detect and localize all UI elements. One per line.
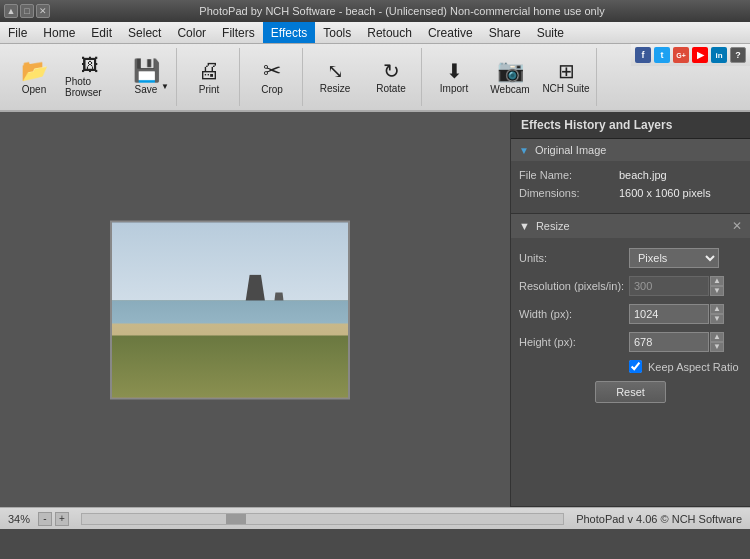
width-up-button[interactable]: ▲ [710, 304, 724, 314]
reset-button[interactable]: Reset [595, 381, 666, 403]
title-bar-buttons[interactable]: ▲ □ ✕ [4, 4, 50, 18]
crop-button[interactable]: ✂ Crop [246, 48, 298, 106]
resize-button[interactable]: ⤡ Resize [309, 48, 361, 106]
main-area: Effects History and Layers ▼ Original Im… [0, 112, 750, 507]
resize-section: ▼ Resize ✕ Units: Pixels Inches Centimet… [511, 214, 750, 507]
original-image-title: Original Image [535, 144, 607, 156]
horizontal-scrollbar[interactable] [81, 513, 564, 525]
width-input[interactable] [629, 304, 709, 324]
resize-title: Resize [536, 220, 570, 232]
status-bar: 34% - + PhotoPad v 4.06 © NCH Software [0, 507, 750, 529]
nch-suite-icon: ⊞ [558, 61, 575, 81]
facebook-icon[interactable]: f [635, 47, 651, 63]
filename-value: beach.jpg [619, 169, 667, 181]
zoom-in-button[interactable]: + [55, 512, 69, 526]
beach-photo [112, 222, 348, 397]
tool-group-print: 🖨 Print [183, 48, 240, 106]
zoom-out-button[interactable]: - [38, 512, 52, 526]
dimensions-value: 1600 x 1060 pixels [619, 187, 711, 199]
minimize-button[interactable]: ▲ [4, 4, 18, 18]
filename-row: File Name: beach.jpg [519, 169, 742, 181]
googleplus-icon[interactable]: G+ [673, 47, 689, 63]
import-button[interactable]: ⬇ Import [428, 48, 480, 106]
photo-browser-button[interactable]: 🖼 Photo Browser [64, 48, 116, 106]
tool-group-crop: ✂ Crop [246, 48, 303, 106]
original-image-content: File Name: beach.jpg Dimensions: 1600 x … [511, 161, 750, 213]
canvas-area[interactable] [0, 112, 510, 507]
original-image-header[interactable]: ▼ Original Image [511, 139, 750, 161]
width-spin-buttons: ▲ ▼ [710, 304, 724, 324]
panel-title: Effects History and Layers [511, 112, 750, 139]
resolution-spinner: ▲ ▼ [629, 276, 724, 296]
menu-home[interactable]: Home [35, 22, 83, 43]
rotate-button[interactable]: ↻ Rotate [365, 48, 417, 106]
help-icon[interactable]: ? [730, 47, 746, 63]
nch-suite-button[interactable]: ⊞ NCH Suite [540, 48, 592, 106]
resize-header-left: ▼ Resize [519, 220, 570, 232]
beach-sky [112, 222, 348, 301]
open-button[interactable]: 📂 Open [8, 48, 60, 106]
width-spinner: ▲ ▼ [629, 304, 724, 324]
linkedin-icon[interactable]: in [711, 47, 727, 63]
units-row: Units: Pixels Inches Centimeters [519, 248, 742, 268]
aspect-ratio-row: Keep Aspect Ratio [519, 360, 742, 373]
resize-content: Units: Pixels Inches Centimeters Resolut… [511, 238, 750, 421]
menu-tools[interactable]: Tools [315, 22, 359, 43]
keep-aspect-label[interactable]: Keep Aspect Ratio [648, 361, 739, 373]
right-panel: Effects History and Layers ▼ Original Im… [510, 112, 750, 507]
webcam-button[interactable]: 📷 Webcam [484, 48, 536, 106]
open-icon: 📂 [21, 60, 48, 82]
tool-group-import: ⬇ Import 📷 Webcam ⊞ NCH Suite [428, 48, 597, 106]
import-icon: ⬇ [446, 61, 463, 81]
save-arrow: ▼ [161, 82, 169, 91]
title-bar: ▲ □ ✕ PhotoPad by NCH Software - beach -… [0, 0, 750, 22]
height-down-button[interactable]: ▼ [710, 342, 724, 352]
original-image-section: ▼ Original Image File Name: beach.jpg Di… [511, 139, 750, 214]
print-button[interactable]: 🖨 Print [183, 48, 235, 106]
twitter-icon[interactable]: t [654, 47, 670, 63]
beach-grass [112, 336, 348, 397]
menu-file[interactable]: File [0, 22, 35, 43]
menu-filters[interactable]: Filters [214, 22, 263, 43]
menu-share[interactable]: Share [481, 22, 529, 43]
rotate-icon: ↻ [383, 61, 400, 81]
menu-edit[interactable]: Edit [83, 22, 120, 43]
menu-retouch[interactable]: Retouch [359, 22, 420, 43]
resolution-up-button[interactable]: ▲ [710, 276, 724, 286]
menu-color[interactable]: Color [169, 22, 214, 43]
social-bar: f t G+ ▶ in ? [631, 44, 750, 66]
menu-select[interactable]: Select [120, 22, 169, 43]
menu-suite[interactable]: Suite [529, 22, 572, 43]
units-label: Units: [519, 252, 629, 264]
height-spin-buttons: ▲ ▼ [710, 332, 724, 352]
save-button[interactable]: 💾 Save ▼ [120, 48, 172, 106]
webcam-icon: 📷 [497, 60, 524, 82]
height-row: Height (px): ▲ ▼ [519, 332, 742, 352]
close-button[interactable]: ✕ [36, 4, 50, 18]
width-down-button[interactable]: ▼ [710, 314, 724, 324]
scroll-thumb [226, 514, 246, 524]
tool-group-transform: ⤡ Resize ↻ Rotate [309, 48, 422, 106]
dimensions-label: Dimensions: [519, 187, 619, 199]
menu-effects[interactable]: Effects [263, 22, 315, 43]
maximize-button[interactable]: □ [20, 4, 34, 18]
height-input[interactable] [629, 332, 709, 352]
menu-bar: File Home Edit Select Color Filters Effe… [0, 22, 750, 44]
resize-header: ▼ Resize ✕ [511, 214, 750, 238]
resolution-down-button[interactable]: ▼ [710, 286, 724, 296]
keep-aspect-checkbox[interactable] [629, 360, 642, 373]
youtube-icon[interactable]: ▶ [692, 47, 708, 63]
dimensions-row: Dimensions: 1600 x 1060 pixels [519, 187, 742, 199]
resize-close-button[interactable]: ✕ [732, 219, 742, 233]
height-up-button[interactable]: ▲ [710, 332, 724, 342]
units-select[interactable]: Pixels Inches Centimeters [629, 248, 719, 268]
width-row: Width (px): ▲ ▼ [519, 304, 742, 324]
height-spinner: ▲ ▼ [629, 332, 724, 352]
crop-icon: ✂ [263, 60, 281, 82]
menu-creative[interactable]: Creative [420, 22, 481, 43]
print-icon: 🖨 [198, 60, 220, 82]
photo-container [110, 220, 350, 399]
save-icon: 💾 [133, 60, 160, 82]
resize-collapse-arrow: ▼ [519, 220, 530, 232]
resolution-spin-buttons: ▲ ▼ [710, 276, 724, 296]
